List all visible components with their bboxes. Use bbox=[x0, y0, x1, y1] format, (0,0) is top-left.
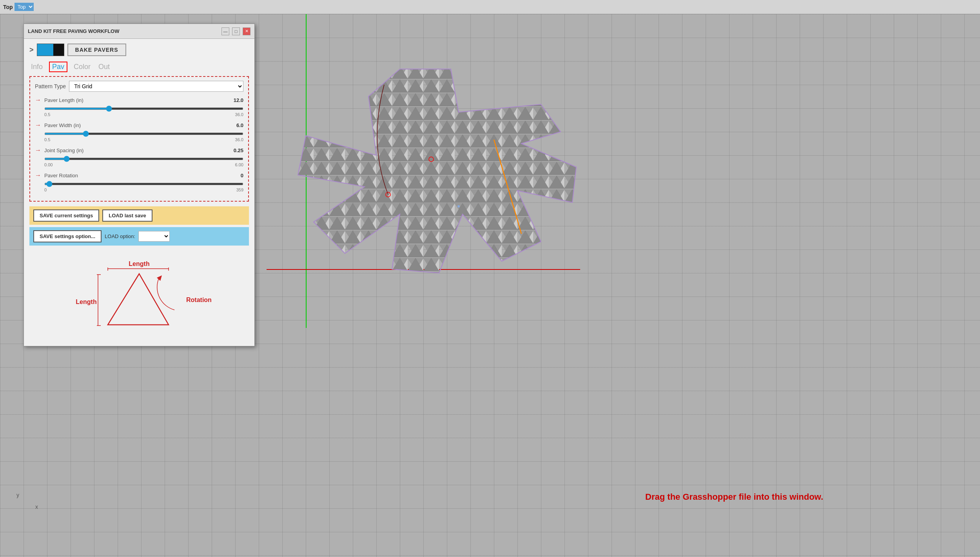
svg-point-9 bbox=[457, 205, 460, 208]
panel-titlebar: LAND KIT FREE PAVING WORKFLOW — □ ✕ bbox=[24, 24, 254, 39]
tabs: Info Pav Color Out bbox=[29, 62, 249, 72]
arrow-label: > bbox=[29, 46, 34, 54]
tab-out[interactable]: Out bbox=[97, 62, 111, 72]
joint-spacing-slider[interactable] bbox=[44, 158, 243, 160]
paver-width-max: 36.0 bbox=[235, 137, 243, 142]
joint-spacing-arrow: → bbox=[35, 147, 41, 154]
joint-spacing-row: → Joint Spacing (in) 0.25 0.00 6.00 bbox=[35, 147, 243, 167]
paver-width-arrow: → bbox=[35, 122, 41, 129]
top-label: Top bbox=[3, 4, 13, 10]
save-load-bottom-row: SAVE settings option... LOAD option: bbox=[29, 227, 249, 246]
paver-length-row: → Paver Length (in) 12.0 0.5 36.0 bbox=[35, 96, 243, 117]
paver-length-value: 12.0 bbox=[228, 97, 243, 103]
pattern-type-select[interactable]: Tri Grid Running Bond Herringbone Stack … bbox=[69, 81, 243, 92]
joint-spacing-min: 0.00 bbox=[44, 162, 53, 167]
paver-rotation-max: 359 bbox=[236, 187, 243, 192]
paver-rotation-row: → Paver Rotation 0 0 359 bbox=[35, 172, 243, 192]
paver-width-value: 6.0 bbox=[228, 122, 243, 128]
paver-length-max: 36.0 bbox=[235, 112, 243, 117]
load-option-select[interactable] bbox=[138, 231, 170, 242]
svg-marker-19 bbox=[157, 275, 162, 281]
paver-rotation-slider[interactable] bbox=[44, 183, 243, 185]
diagram-section: Length Length Rotation bbox=[29, 251, 249, 341]
minimize-button[interactable]: — bbox=[221, 27, 229, 35]
save-current-button[interactable]: SAVE current settings bbox=[33, 209, 99, 222]
paver-length-label: Paver Length (in) bbox=[44, 97, 225, 103]
joint-spacing-label: Joint Spacing (in) bbox=[44, 147, 225, 153]
paver-rotation-arrow: → bbox=[35, 172, 41, 179]
panel: LAND KIT FREE PAVING WORKFLOW — □ ✕ > BA… bbox=[24, 24, 255, 346]
panel-content: > BAKE PAVERS Info Pav Color Out Pattern… bbox=[24, 39, 254, 346]
joint-spacing-value: 0.25 bbox=[228, 147, 243, 153]
panel-title: LAND KIT FREE PAVING WORKFLOW bbox=[28, 28, 120, 34]
load-last-button[interactable]: LOAD last save bbox=[102, 209, 152, 222]
save-load-section: SAVE current settings LOAD last save SAV… bbox=[29, 206, 249, 246]
paver-length-min: 0.5 bbox=[44, 112, 50, 117]
paver-length-slider[interactable] bbox=[44, 107, 243, 110]
load-option-label: LOAD option: bbox=[105, 233, 135, 239]
paver-width-row: → Paver Width (in) 6.0 0.5 36.0 bbox=[35, 122, 243, 142]
top-dropdown[interactable]: Top bbox=[15, 3, 34, 11]
svg-marker-18 bbox=[108, 274, 169, 325]
paver-rotation-value: 0 bbox=[228, 173, 243, 178]
x-axis-label: x bbox=[35, 504, 38, 510]
color-box[interactable] bbox=[37, 44, 64, 56]
tab-info[interactable]: Info bbox=[29, 62, 44, 72]
diagram-svg: Length Length Rotation bbox=[65, 259, 214, 337]
paving-shape bbox=[267, 65, 580, 277]
maximize-button[interactable]: □ bbox=[232, 27, 240, 35]
bake-pavers-button[interactable]: BAKE PAVERS bbox=[67, 44, 126, 56]
tab-color[interactable]: Color bbox=[72, 62, 92, 72]
settings-section: Pattern Type Tri Grid Running Bond Herri… bbox=[29, 76, 249, 202]
svg-text:Rotation: Rotation bbox=[186, 297, 212, 303]
paver-rotation-min: 0 bbox=[44, 187, 47, 192]
paver-rotation-label: Paver Rotation bbox=[44, 173, 225, 178]
tab-pav[interactable]: Pav bbox=[49, 62, 67, 72]
close-button[interactable]: ✕ bbox=[243, 27, 250, 35]
paver-length-arrow: → bbox=[35, 96, 41, 104]
save-option-button[interactable]: SAVE settings option... bbox=[33, 230, 102, 242]
svg-text:Length: Length bbox=[129, 260, 149, 267]
joint-spacing-max: 6.00 bbox=[235, 162, 243, 167]
top-row: > BAKE PAVERS bbox=[29, 44, 249, 56]
paver-width-slider[interactable] bbox=[44, 133, 243, 135]
save-load-top-row: SAVE current settings LOAD last save bbox=[29, 206, 249, 225]
drag-text: Drag the Grasshopper file into this wind… bbox=[645, 492, 823, 502]
top-bar: Top Top bbox=[0, 0, 980, 14]
paver-width-label: Paver Width (in) bbox=[44, 122, 225, 128]
pattern-row: Pattern Type Tri Grid Running Bond Herri… bbox=[35, 81, 243, 92]
y-axis-label: y bbox=[16, 492, 19, 498]
svg-text:Length: Length bbox=[76, 299, 96, 305]
paver-width-min: 0.5 bbox=[44, 137, 50, 142]
pattern-type-label: Pattern Type bbox=[35, 83, 66, 89]
